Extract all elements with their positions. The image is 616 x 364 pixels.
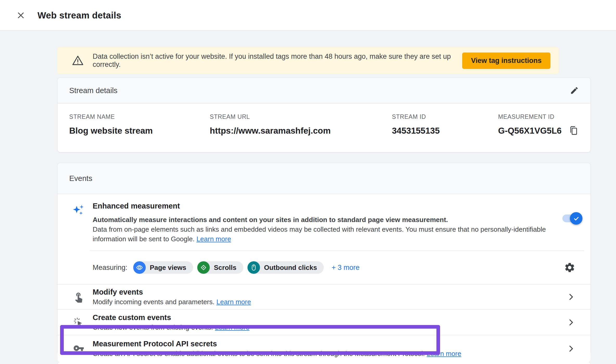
enhanced-measurement-description-body: Data from on-page elements such as links… <box>93 225 558 244</box>
enhanced-measurement-description-text: Data from on-page elements such as links… <box>93 225 546 243</box>
measurement-protocol-text: Measurement Protocol API secrets Create … <box>93 340 461 358</box>
stream-url-field: STREAM URL https://www.saramashfej.com <box>210 113 392 152</box>
measuring-row: Measuring: Page views <box>58 251 590 284</box>
events-title: Events <box>69 174 92 183</box>
enhanced-measurement-section: Enhanced measurement Automatically measu… <box>58 194 590 244</box>
check-icon <box>573 215 580 222</box>
measurement-protocol-title: Measurement Protocol API secrets <box>93 340 461 348</box>
stream-details-title: Stream details <box>69 86 117 95</box>
close-icon <box>16 10 26 20</box>
measuring-chips: Page views Scrolls <box>133 261 324 274</box>
measurement-protocol-description: Create an API secret to enable additiona… <box>93 350 461 358</box>
measurement-protocol-api-secrets-row[interactable]: Measurement Protocol API secrets Create … <box>58 335 590 362</box>
modify-events-title: Modify events <box>93 288 251 296</box>
enhanced-measurement-settings-button[interactable] <box>564 262 575 273</box>
events-header: Events <box>58 163 590 194</box>
edit-stream-button[interactable] <box>570 86 579 95</box>
enhanced-measurement-title: Enhanced measurement <box>93 202 558 210</box>
stream-id-field: STREAM ID 3453155135 <box>392 113 498 152</box>
chip-page-views: Page views <box>133 261 193 274</box>
enhanced-measurement-learn-more-link[interactable]: Learn more <box>196 235 231 243</box>
enhanced-measurement-description-bold: Automatically measure interactions and c… <box>93 215 558 225</box>
top-bar: Web stream details <box>0 0 616 31</box>
copy-icon <box>568 125 579 136</box>
chip-scrolls-label: Scrolls <box>214 264 237 272</box>
measurement-id-field: MEASUREMENT ID G-Q56X1VG5L6 <box>498 113 579 152</box>
scroll-icon <box>197 261 210 274</box>
enhanced-measurement-toggle[interactable] <box>562 214 581 222</box>
content-column: Data collection isn’t active for your we… <box>57 47 591 364</box>
gear-icon <box>564 262 575 273</box>
stream-url-value: https://www.saramashfej.com <box>210 126 392 136</box>
stream-id-value: 3453155135 <box>392 126 498 136</box>
eye-icon <box>133 261 146 274</box>
stream-details-body: STREAM NAME Blog website stream STREAM U… <box>58 103 590 152</box>
close-button[interactable] <box>15 10 27 21</box>
chevron-right-icon <box>567 344 575 353</box>
stream-name-label: STREAM NAME <box>69 113 210 120</box>
events-card: Events Enhanced measurement Automaticall… <box>57 163 591 355</box>
create-custom-events-description: Create new events from existing events. … <box>93 323 250 332</box>
modify-events-text: Modify events Modify incoming events and… <box>93 288 251 306</box>
stream-name-value: Blog website stream <box>69 126 210 136</box>
measuring-label: Measuring: <box>93 264 128 272</box>
warning-message: Data collection isn’t active for your we… <box>93 53 462 69</box>
mouse-icon <box>247 261 260 274</box>
view-tag-instructions-button[interactable]: View tag instructions <box>462 53 550 69</box>
chip-outbound-clicks: Outbound clicks <box>247 261 324 274</box>
modify-events-description: Modify incoming events and parameters. L… <box>93 298 251 306</box>
modify-events-learn-more-link[interactable]: Learn more <box>216 298 251 306</box>
create-custom-events-description-text: Create new events from existing events. <box>93 323 213 331</box>
web-stream-details-page: Web stream details Data collection isn’t… <box>0 0 616 364</box>
create-custom-events-learn-more-link[interactable]: Learn more <box>215 323 250 331</box>
measurement-id-label: MEASUREMENT ID <box>498 113 579 120</box>
warning-icon <box>72 55 84 67</box>
stream-details-header: Stream details <box>58 78 590 103</box>
enhanced-measurement-description: Automatically measure interactions and c… <box>93 215 558 244</box>
key-icon <box>72 343 85 355</box>
modify-events-description-text: Modify incoming events and parameters. <box>93 298 214 306</box>
chevron-right-icon <box>567 318 575 327</box>
chip-scrolls: Scrolls <box>197 261 243 274</box>
copy-measurement-id-button[interactable] <box>568 125 579 136</box>
stream-url-label: STREAM URL <box>210 113 392 120</box>
enhanced-measurement-content: Enhanced measurement Automatically measu… <box>93 202 558 244</box>
page-title: Web stream details <box>37 10 121 21</box>
touch-icon <box>72 291 85 303</box>
data-collection-warning-banner: Data collection isn’t active for your we… <box>57 47 559 74</box>
chip-outbound-clicks-label: Outbound clicks <box>264 264 317 272</box>
stream-name-field: STREAM NAME Blog website stream <box>69 113 210 152</box>
measurement-protocol-description-text: Create an API secret to enable additiona… <box>93 350 425 358</box>
create-custom-events-row[interactable]: Create custom events Create new events f… <box>58 310 590 335</box>
stream-details-card: Stream details STREAM NAME Blog website … <box>57 77 591 152</box>
sparkle-icon <box>72 203 85 244</box>
create-custom-events-title: Create custom events <box>93 313 250 322</box>
pencil-icon <box>570 86 579 95</box>
modify-events-row[interactable]: Modify events Modify incoming events and… <box>58 284 590 309</box>
stream-id-label: STREAM ID <box>392 113 498 120</box>
chip-page-views-label: Page views <box>150 264 186 272</box>
more-events-link[interactable]: + 3 more <box>332 264 359 272</box>
create-custom-events-text: Create custom events Create new events f… <box>93 313 250 332</box>
toggle-thumb <box>570 212 582 225</box>
chevron-right-icon <box>567 292 575 301</box>
cursor-click-icon <box>72 317 85 328</box>
measurement-protocol-learn-more-link[interactable]: Learn more <box>427 350 461 358</box>
measurement-id-value: G-Q56X1VG5L6 <box>498 126 562 136</box>
